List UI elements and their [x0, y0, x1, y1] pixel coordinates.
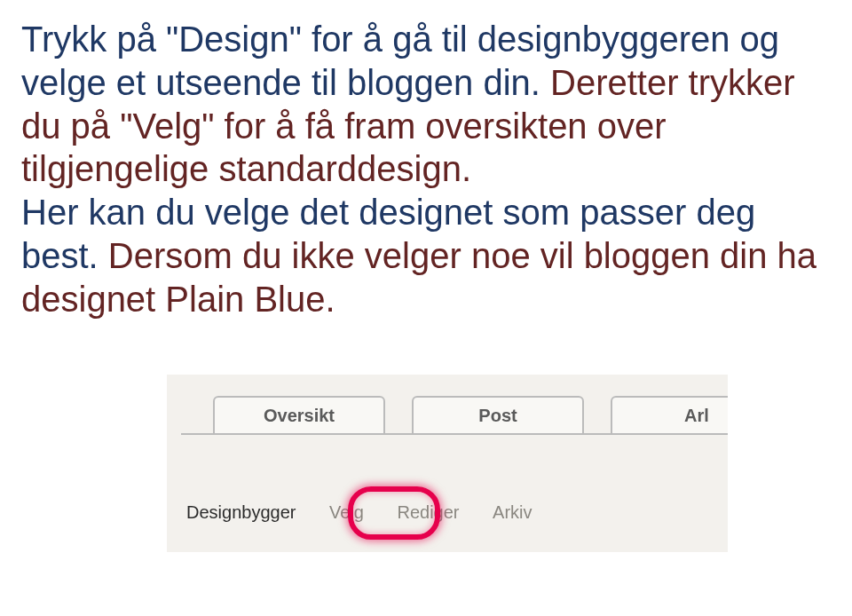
screenshot-figure: Oversikt Post Arl Designbygger Velg Redi…: [167, 375, 728, 552]
top-tabs: Oversikt Post Arl: [181, 383, 728, 435]
subnav-velg[interactable]: Velg: [324, 499, 369, 526]
tab-arkiv-truncated[interactable]: Arl: [611, 396, 728, 435]
sentence-3b: Dersom du ikke velger noe vil bloggen di…: [21, 236, 816, 319]
tab-post[interactable]: Post: [412, 396, 584, 435]
tab-oversikt[interactable]: Oversikt: [213, 396, 385, 435]
subnav-designbygger[interactable]: Designbygger: [181, 499, 301, 526]
subnav-rediger[interactable]: Rediger: [391, 499, 464, 526]
subnav-arkiv[interactable]: Arkiv: [487, 499, 537, 526]
sub-nav: Designbygger Velg Rediger Arkiv: [181, 499, 728, 526]
instruction-paragraph: Trykk på "Design" for å gå til designbyg…: [21, 18, 831, 321]
